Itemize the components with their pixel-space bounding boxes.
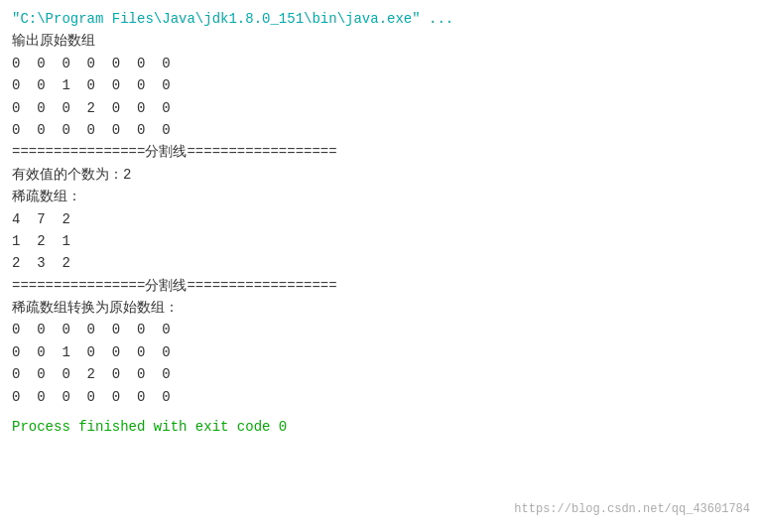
restored-row-3: 0 0 0 2 0 0 0 (12, 363, 750, 385)
process-finish-line: Process finished with exit code 0 (12, 416, 750, 438)
sparse-row-3: 2 3 2 (12, 252, 750, 274)
sparse-row-2: 1 2 1 (12, 230, 750, 252)
original-array-label: 输出原始数组 (12, 30, 750, 52)
terminal-window: "C:\Program Files\Java\jdk1.8.0_151\bin\… (0, 0, 762, 532)
array-row-3: 0 0 0 2 0 0 0 (12, 97, 750, 119)
valid-count-line: 有效值的个数为：2 (12, 164, 750, 186)
java-title-line: "C:\Program Files\Java\jdk1.8.0_151\bin\… (12, 8, 750, 30)
array-row-1: 0 0 0 0 0 0 0 (12, 53, 750, 74)
array-row-4: 0 0 0 0 0 0 0 (12, 119, 750, 141)
restored-row-4: 0 0 0 0 0 0 0 (12, 386, 750, 408)
restored-row-2: 0 0 1 0 0 0 0 (12, 341, 750, 363)
sparse-array-label: 稀疏数组： (12, 186, 750, 207)
array-row-2: 0 0 1 0 0 0 0 (12, 74, 750, 96)
divider-1: ================分割线================== (12, 141, 750, 163)
restored-row-1: 0 0 0 0 0 0 0 (12, 319, 750, 340)
watermark-text: https://blog.csdn.net/qq_43601784 (514, 502, 750, 516)
restore-label-line: 稀疏数组转换为原始数组： (12, 297, 750, 319)
divider-2: ================分割线================== (12, 275, 750, 297)
sparse-row-1: 4 7 2 (12, 208, 750, 230)
